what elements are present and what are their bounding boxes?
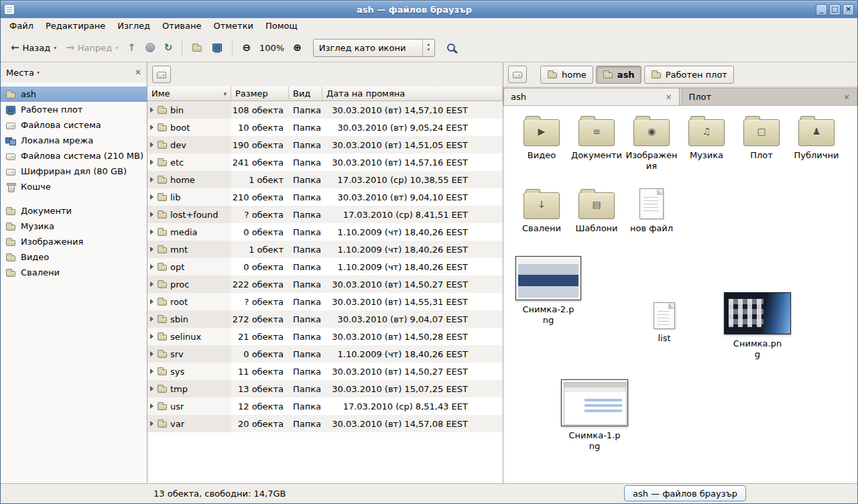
view-mode-select[interactable]: Изглед като икони ▴▾: [313, 39, 435, 57]
table-row[interactable]: media0 обектаПапка1.10.2009 (чт) 18,40,2…: [147, 223, 503, 241]
sidebar-item[interactable]: Изображения: [1, 234, 147, 249]
icon-item[interactable]: Снимка-2.png: [515, 256, 581, 325]
table-row[interactable]: usr12 обектаПапка17.03.2010 (ср) 8,51,43…: [147, 397, 503, 415]
close-places-button[interactable]: ✕: [135, 68, 141, 77]
table-row[interactable]: home1 обектПапка17.03.2010 (ср) 10,38,55…: [147, 171, 503, 188]
titlebar[interactable]: ash — файлов браузър _ □ ×: [1, 1, 857, 18]
table-row[interactable]: lost+found? обектаПапка17.03.2010 (ср) 8…: [147, 206, 503, 223]
breadcrumb-button[interactable]: home: [540, 66, 593, 84]
expander-icon[interactable]: [150, 334, 154, 339]
icon-item[interactable]: нов файл: [624, 188, 679, 234]
menu-item[interactable]: Помощ: [259, 19, 304, 33]
maximize-button[interactable]: □: [829, 4, 841, 15]
sidebar-item[interactable]: Музика: [1, 218, 147, 234]
expander-icon[interactable]: [150, 421, 154, 426]
icon-view[interactable]: ▶Видео≡Документи◉Изображения♫Музика▢Плот…: [503, 106, 857, 483]
icon-item[interactable]: ↓Свалени: [514, 188, 569, 234]
expander-icon[interactable]: [150, 194, 154, 200]
expander-icon[interactable]: [150, 386, 154, 391]
sidebar-item[interactable]: Работен плот: [1, 102, 147, 117]
tab[interactable]: Плот×: [682, 88, 858, 105]
expander-icon[interactable]: [150, 403, 154, 409]
table-row[interactable]: srv0 обектаПапка1.10.2009 (чт) 18,40,26 …: [147, 345, 503, 363]
sidebar-item[interactable]: Шифриран дял (80 GB): [1, 164, 147, 179]
expander-icon[interactable]: [150, 281, 154, 287]
tab[interactable]: ash×: [503, 88, 680, 105]
expander-icon[interactable]: [150, 229, 154, 235]
spinner-arrows-icon[interactable]: ▴▾: [422, 40, 434, 56]
sidebar-item[interactable]: Кошче: [1, 179, 147, 194]
table-row[interactable]: tmp13 обектаПапка30.03.2010 (вт) 15,07,2…: [147, 380, 503, 397]
table-row[interactable]: proc222 обектаПапка30.03.2010 (вт) 14,50…: [147, 275, 503, 293]
table-row[interactable]: etc241 обектаПапка30.03.2010 (вт) 14,57,…: [147, 153, 503, 171]
location-button[interactable]: [508, 66, 527, 83]
zoom-out-button[interactable]: ⊖: [237, 40, 255, 56]
table-row[interactable]: boot10 обектаПапка30.03.2010 (вт) 9,05,2…: [147, 119, 503, 136]
table-row[interactable]: var20 обектаПапка30.03.2010 (вт) 14,57,0…: [147, 415, 503, 432]
expander-icon[interactable]: [150, 125, 154, 130]
table-row[interactable]: dev190 обектаПапка30.03.2010 (вт) 14,51,…: [147, 136, 503, 153]
icon-item[interactable]: ♫Музика: [679, 115, 734, 161]
reload-button[interactable]: ↻: [160, 40, 178, 56]
search-button[interactable]: [443, 40, 459, 56]
menu-item[interactable]: Файл: [3, 19, 40, 33]
breadcrumb-button[interactable]: ash: [596, 66, 641, 84]
sidebar-item[interactable]: Свалени: [1, 265, 147, 280]
expander-icon[interactable]: [150, 142, 154, 147]
sidebar-item[interactable]: ash: [1, 86, 147, 102]
menu-item[interactable]: Отиване: [156, 19, 207, 33]
tab-close-icon[interactable]: ×: [665, 92, 672, 102]
expander-icon[interactable]: [150, 264, 154, 269]
sidebar-item[interactable]: Локална мрежа: [1, 133, 147, 148]
icon-item[interactable]: ▶Видео: [514, 115, 569, 161]
table-row[interactable]: root? обектаПапка30.03.2010 (вт) 14,55,3…: [147, 293, 503, 310]
taskbar-window-button[interactable]: ash — файлов браузър: [624, 485, 746, 501]
back-button[interactable]: ← Назад ▾: [6, 40, 61, 56]
sidebar-item[interactable]: Документи: [1, 203, 147, 218]
menu-item[interactable]: Изглед: [111, 19, 156, 33]
zoom-in-button[interactable]: ⊕: [288, 40, 306, 56]
up-button[interactable]: ↑: [123, 40, 141, 56]
table-row[interactable]: selinux21 обектаПапка30.03.2010 (вт) 14,…: [147, 328, 503, 345]
table-row[interactable]: opt0 обектаПапка1.10.2009 (чт) 18,40,26 …: [147, 258, 503, 275]
expander-icon[interactable]: [150, 177, 154, 182]
expander-icon[interactable]: [150, 107, 154, 113]
stop-button[interactable]: [141, 40, 160, 56]
table-row[interactable]: mnt1 обектПапка1.10.2009 (чт) 18,40,26 E…: [147, 241, 503, 258]
expander-icon[interactable]: [150, 160, 154, 165]
menu-item[interactable]: Отметки: [207, 19, 259, 33]
icon-item[interactable]: list: [643, 302, 686, 344]
table-row[interactable]: sys11 обектаПапка30.03.2010 (вт) 14,50,2…: [147, 363, 503, 380]
expander-icon[interactable]: [150, 316, 154, 322]
expander-icon[interactable]: [150, 247, 154, 252]
home-button[interactable]: [187, 39, 207, 56]
table-row[interactable]: lib210 обектаПапка30.03.2010 (вт) 9,04,1…: [147, 188, 503, 206]
column-header[interactable]: Име▾: [147, 86, 231, 101]
table-row[interactable]: sbin272 обектаПапка30.03.2010 (вт) 9,04,…: [147, 310, 503, 328]
minimize-button[interactable]: _: [816, 4, 827, 15]
breadcrumb-button[interactable]: Работен плот: [644, 66, 734, 84]
icon-item[interactable]: ♟Публични: [789, 115, 844, 161]
expander-icon[interactable]: [150, 212, 154, 217]
menu-item[interactable]: Редактиране: [40, 19, 111, 33]
expander-icon[interactable]: [150, 369, 154, 374]
forward-button[interactable]: → Напред ▾: [61, 40, 123, 56]
icon-item[interactable]: Снимка.png: [724, 292, 791, 359]
close-button[interactable]: ×: [843, 4, 854, 15]
tab-close-icon[interactable]: ×: [843, 92, 850, 102]
column-header[interactable]: Вид: [289, 86, 322, 101]
column-header[interactable]: Дата на промяна: [322, 86, 503, 101]
chevron-down-icon[interactable]: ▾: [54, 45, 56, 51]
icon-item[interactable]: ≡Документи: [569, 115, 624, 161]
computer-button[interactable]: [207, 39, 227, 56]
expander-icon[interactable]: [150, 299, 154, 304]
sidebar-item[interactable]: Файлова система: [1, 117, 147, 133]
chevron-down-icon[interactable]: ▾: [37, 70, 40, 76]
icon-item[interactable]: ◉Изображения: [624, 115, 679, 171]
column-header[interactable]: Размер: [231, 86, 289, 101]
icon-item[interactable]: ▢Плот: [734, 115, 789, 161]
filesystem-location-button[interactable]: [152, 66, 171, 83]
icon-item[interactable]: ▤Шаблони: [569, 188, 624, 234]
icon-item[interactable]: Снимка-1.png: [561, 379, 628, 451]
sidebar-item[interactable]: Файлова система (210 MB): [1, 148, 147, 164]
